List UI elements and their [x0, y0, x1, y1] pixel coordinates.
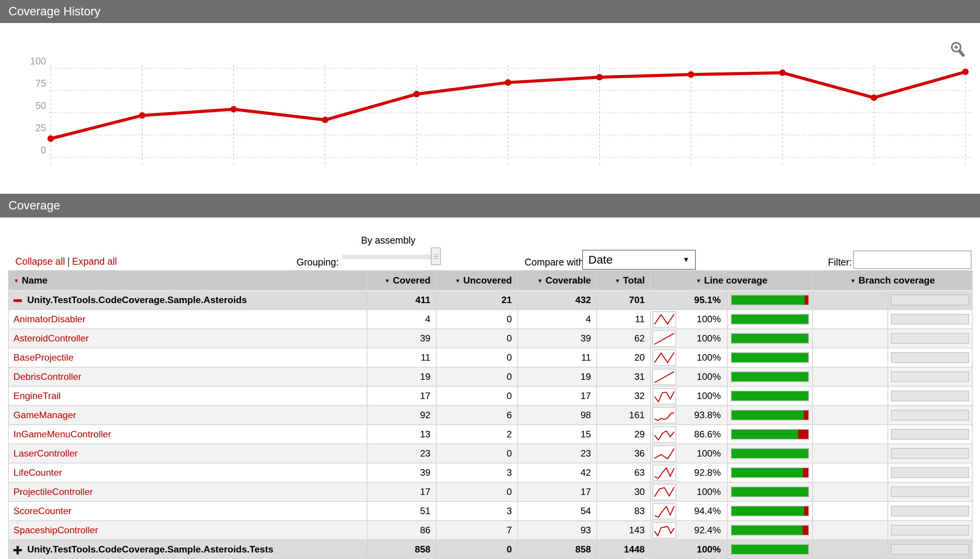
cell-name: ScoreCounter	[8, 501, 367, 521]
collapse-all-link[interactable]: Collapse all	[15, 256, 65, 267]
grouping-slider-thumb[interactable]	[431, 248, 441, 265]
grouping-slider[interactable]	[343, 248, 443, 265]
assembly-row[interactable]: Unity.TestTools.CodeCoverage.Sample.Aste…	[8, 540, 972, 559]
cell-covered: 51	[367, 501, 436, 521]
filter-input[interactable]	[853, 251, 972, 269]
line-coverage-percent: 100%	[696, 352, 721, 362]
cell-uncovered: 0	[436, 482, 517, 501]
class-link[interactable]: AsteroidController	[13, 333, 89, 343]
column-header-coverable[interactable]: ▼Coverable	[517, 271, 597, 290]
cell-coverable: 11	[517, 348, 597, 367]
assembly-row[interactable]: Unity.TestTools.CodeCoverage.Sample.Aste…	[8, 290, 972, 309]
column-header-branch-coverage[interactable]: ▼Branch coverage	[813, 271, 972, 290]
compare-with-select[interactable]: Date ▼	[582, 250, 696, 270]
cell-uncovered: 2	[436, 425, 517, 444]
class-link[interactable]: AnimatorDisabler	[13, 314, 86, 324]
class-link[interactable]: SpaceshipController	[13, 525, 98, 535]
class-link[interactable]: DebrisController	[13, 371, 81, 382]
cell-uncovered: 0	[436, 367, 517, 386]
column-header-total[interactable]: ▼Total	[597, 271, 650, 290]
cell-branch-coverage-percent	[813, 348, 888, 367]
y-axis-tick-label: 0	[41, 145, 46, 155]
uncovered-bar-segment	[803, 468, 808, 477]
class-link[interactable]: ScoreCounter	[13, 506, 71, 516]
cell-name: BaseProjectile	[8, 348, 367, 367]
column-header-name[interactable]: ▼Name	[8, 271, 367, 290]
cell-line-coverage-percent: 100%	[650, 386, 727, 405]
cell-total: 1448	[597, 540, 650, 559]
covered-bar-segment	[731, 487, 808, 496]
cell-branch-coverage-bar	[888, 367, 972, 386]
cell-covered: 39	[367, 463, 436, 482]
class-link[interactable]: ProjectileController	[13, 486, 93, 497]
branch-coverage-empty-bar	[891, 544, 969, 555]
cell-line-coverage-bar	[727, 425, 813, 444]
cell-covered: 411	[367, 290, 436, 309]
class-row: EngineTrail1701732100%	[8, 386, 972, 405]
line-coverage-percent: 100%	[696, 314, 721, 324]
line-coverage-bar	[731, 314, 809, 324]
uncovered-bar-segment	[803, 526, 808, 535]
cell-branch-coverage-percent	[813, 425, 888, 444]
class-link[interactable]: EngineTrail	[13, 390, 61, 401]
cell-branch-coverage-percent	[813, 482, 888, 501]
cell-name: SpaceshipController	[8, 521, 367, 540]
cell-branch-coverage-percent	[813, 540, 888, 559]
compare-with-selected-value: Date	[588, 253, 612, 266]
cell-line-coverage-bar	[727, 309, 813, 329]
line-coverage-percent: 100%	[696, 448, 721, 458]
cell-line-coverage-bar	[727, 540, 813, 559]
column-header-uncovered[interactable]: ▼Uncovered	[436, 271, 517, 290]
line-coverage-bar	[731, 448, 809, 459]
line-coverage-bar	[731, 429, 809, 440]
branch-coverage-empty-bar	[891, 467, 969, 478]
cell-uncovered: 0	[436, 386, 517, 405]
class-row: DebrisController1901931100%	[8, 367, 972, 386]
branch-coverage-empty-bar	[891, 333, 969, 344]
coverage-history-sparkline-icon	[652, 426, 676, 443]
sort-down-icon: ▼	[850, 278, 856, 284]
cell-name: Unity.TestTools.CodeCoverage.Sample.Aste…	[8, 540, 367, 559]
class-link[interactable]: LaserController	[13, 448, 78, 458]
cell-branch-coverage-bar	[888, 309, 972, 329]
slider-grip-icon	[434, 255, 438, 255]
cell-branch-coverage-percent	[813, 309, 888, 329]
cell-coverable: 432	[517, 290, 597, 309]
class-link[interactable]: LifeCounter	[13, 467, 62, 478]
cell-branch-coverage-percent	[813, 501, 888, 521]
collapse-minus-icon[interactable]	[13, 299, 22, 302]
cell-branch-coverage-bar	[888, 425, 972, 444]
sort-down-icon: ▼	[696, 278, 701, 284]
branch-coverage-empty-bar	[891, 410, 969, 420]
cell-line-coverage-bar	[727, 386, 813, 405]
expand-all-link[interactable]: Expand all	[72, 256, 117, 267]
cell-coverable: 42	[517, 463, 597, 482]
grouping-label: Grouping:	[292, 257, 339, 268]
class-link[interactable]: InGameMenuController	[13, 429, 111, 439]
grouping-slider-track[interactable]	[343, 255, 435, 259]
cell-covered: 11	[367, 348, 436, 367]
coverage-history-section-bar: Coverage History	[0, 0, 980, 23]
column-header-covered[interactable]: ▼Covered	[367, 271, 436, 290]
column-header-line-coverage[interactable]: ▼Line coverage	[650, 271, 813, 290]
class-row: ScoreCounter513548394.4%	[8, 501, 972, 521]
cell-covered: 4	[367, 309, 436, 329]
cell-uncovered: 0	[436, 540, 517, 559]
cell-line-coverage-percent: 94.4%	[650, 501, 727, 521]
covered-bar-segment	[731, 506, 804, 516]
line-coverage-percent: 100%	[696, 486, 721, 497]
cell-branch-coverage-percent	[813, 521, 888, 540]
cell-line-coverage-percent: 100%	[650, 329, 727, 348]
cell-coverable: 858	[517, 540, 597, 559]
cell-name: LaserController	[8, 444, 367, 463]
expand-plus-icon[interactable]	[13, 546, 22, 554]
branch-coverage-empty-bar	[891, 506, 969, 516]
chart-zoom-icon[interactable]	[949, 41, 967, 59]
class-link[interactable]: BaseProjectile	[13, 352, 74, 362]
cell-branch-coverage-bar	[888, 348, 972, 367]
cell-total: 83	[597, 501, 650, 521]
class-link[interactable]: GameManager	[13, 410, 76, 420]
cell-line-coverage-percent: 93.8%	[650, 405, 727, 425]
uncovered-bar-segment	[798, 430, 808, 439]
covered-bar-segment	[731, 449, 808, 458]
